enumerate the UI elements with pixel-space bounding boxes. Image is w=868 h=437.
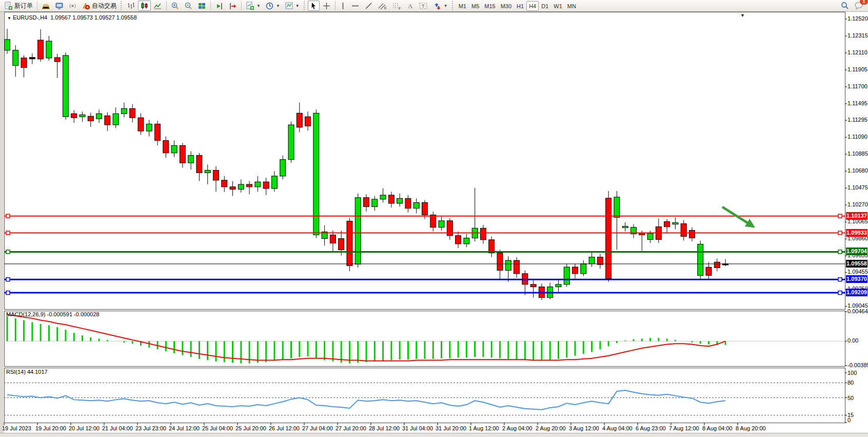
date-axis-label: 31 Jul 20:00: [436, 425, 466, 431]
chart-title: ▼ EURUSD-,H4 1.09567 1.09573 1.09527 1.0…: [7, 14, 137, 21]
date-axis-label: 19 Jul 20:00: [35, 425, 66, 431]
timeframe-button-d1[interactable]: D1: [539, 1, 551, 11]
zoom-in-icon: [171, 2, 180, 10]
rsi-axis-label: 100: [847, 370, 857, 376]
date-axis-label: 28 Jul 12:00: [369, 425, 400, 431]
periods-button[interactable]: ▼: [263, 1, 282, 11]
date-axis-label: 2 Aug 04:00: [502, 425, 532, 431]
terminal-button[interactable]: [53, 1, 66, 11]
auto-trading-button[interactable]: 自动交易: [80, 1, 119, 11]
notification-badge[interactable]: 1: [860, 0, 868, 5]
symbol-collapse-icon[interactable]: ▼: [7, 16, 11, 21]
auto-scroll-button[interactable]: [213, 1, 226, 11]
auto-scroll-icon: [215, 2, 224, 10]
date-axis-label: 31 Jul 04:00: [402, 425, 433, 431]
timeframe-button-m30[interactable]: M30: [498, 1, 514, 11]
text-icon: A: [406, 2, 414, 10]
macd-pane[interactable]: [4, 311, 845, 367]
zoom-out-button[interactable]: [182, 1, 195, 11]
candlestick-chart-icon: [140, 2, 149, 10]
tile-windows-button[interactable]: [195, 1, 208, 11]
search-icon: [840, 1, 850, 10]
price-line-badge: 1.09558: [846, 260, 867, 268]
cursor-button[interactable]: [308, 1, 320, 11]
periods-clock-icon: [265, 2, 274, 10]
price-axis-tick-label: 1.12110: [847, 49, 867, 55]
candlestick-chart-button[interactable]: [138, 1, 151, 11]
auto-trading-icon: [82, 2, 90, 10]
rsi-axis-label: 80: [847, 379, 854, 386]
chart-ohlc-quote: 1.09567 1.09573 1.09527 1.09558: [50, 14, 136, 21]
chart-shift-button[interactable]: [226, 1, 239, 11]
chart-symbol-period: EURUSD-,H4: [13, 14, 47, 21]
rsi-pane[interactable]: [4, 368, 845, 423]
line-chart-button[interactable]: [151, 1, 164, 11]
price-axis-tick-label: 1.12315: [847, 32, 868, 39]
price-axis-tick-label: 1.11700: [847, 83, 867, 89]
arrows-caret-icon: ▼: [444, 4, 448, 8]
price-line-badge: 1.09370: [846, 275, 867, 283]
timeframe-button-m15[interactable]: M15: [482, 1, 498, 11]
price-line-badge: 1.09704: [846, 248, 867, 255]
templates-button[interactable]: ▼: [283, 1, 302, 11]
date-axis-label: 8 Aug 20:00: [736, 425, 766, 431]
signals-button[interactable]: [66, 1, 79, 11]
arrows-icon: [433, 2, 442, 10]
price-axis-tick-label: 1.10680: [847, 167, 868, 174]
date-axis-label: 25 Jul 04:00: [202, 425, 233, 431]
chart-shift-marker-icon[interactable]: ▼: [740, 13, 745, 18]
rsi-axis-label: 50: [847, 395, 854, 401]
date-axis-label: 27 Jul 20:00: [336, 425, 366, 431]
macd-axis-label: 0.00: [847, 337, 858, 344]
svg-text:A: A: [408, 2, 413, 10]
search-button[interactable]: [838, 1, 852, 11]
macd-axis-label: 0.004643: [847, 308, 868, 314]
timeframe-button-w1[interactable]: W1: [551, 1, 565, 11]
crosshair-button[interactable]: [320, 1, 333, 11]
toolbar: 新订单 自动交易: [0, 0, 868, 12]
tile-windows-icon: [198, 2, 206, 10]
timeframe-button-mn[interactable]: MN: [565, 1, 579, 11]
indicators-button[interactable]: ▼: [244, 1, 263, 11]
cursor-icon: [310, 2, 318, 10]
text-button[interactable]: A: [404, 1, 416, 11]
date-axis-label: 3 Aug 12:00: [569, 425, 599, 431]
svg-text:T: T: [422, 4, 425, 9]
new-order-button[interactable]: 新订单: [2, 1, 35, 11]
vertical-line-button[interactable]: [338, 1, 348, 11]
horizontal-line-button[interactable]: [349, 1, 362, 11]
zoom-out-icon: [184, 2, 193, 10]
vertical-line-icon: [340, 2, 346, 10]
timeframe-button-m5[interactable]: M5: [469, 1, 482, 11]
bar-chart-button[interactable]: [125, 1, 137, 11]
fibonacci-button[interactable]: F: [390, 1, 404, 11]
svg-text:F: F: [399, 7, 401, 10]
toolbar-separator: [166, 1, 167, 10]
terminal-icon: [55, 2, 64, 10]
equidistant-channel-button[interactable]: E: [376, 1, 389, 11]
date-axis-label: 1 Aug 12:00: [469, 425, 499, 431]
trading-platform-window: 新订单 自动交易: [0, 0, 868, 437]
toolbar-grip: [452, 1, 454, 10]
quotes-button[interactable]: [40, 1, 52, 11]
macd-axis-label: -0.003859: [847, 362, 868, 368]
price-pane[interactable]: [4, 12, 845, 310]
timeframe-button-h1[interactable]: H1: [514, 1, 526, 11]
toolbar-separator: [241, 1, 242, 10]
quotes-icon: [42, 2, 50, 10]
price-axis-tick-label: 1.09455: [847, 269, 868, 275]
date-axis-label: 21 Jul 04:00: [102, 425, 133, 431]
trendline-button[interactable]: [362, 1, 375, 11]
zoom-in-button[interactable]: [169, 1, 182, 11]
timeframe-button-m1[interactable]: M1: [456, 1, 469, 11]
timeframe-button-h4[interactable]: H4: [526, 1, 539, 11]
window-bottom-edge: [0, 433, 868, 437]
arrows-button[interactable]: ▼: [431, 1, 450, 11]
date-axis-label: 19 Jul 2023: [2, 425, 31, 431]
price-axis-tick-label: 1.11905: [847, 66, 867, 72]
fibonacci-icon: F: [392, 2, 402, 10]
text-label-button[interactable]: T: [417, 1, 430, 11]
price-line-badge: 1.09209: [846, 289, 867, 296]
indicators-caret-icon: ▼: [257, 4, 261, 8]
macd-label: MACD(12,26,9) -0.000591 -0.000028: [6, 311, 100, 317]
